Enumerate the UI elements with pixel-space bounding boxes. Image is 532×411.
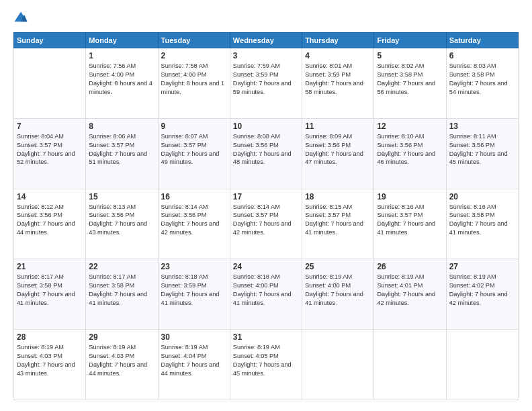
sunset-label: Sunset: 3:57 PM bbox=[377, 212, 423, 218]
daylight-label: Daylight: 7 hours and 44 minutes. bbox=[89, 361, 147, 377]
day-number: 24 bbox=[233, 262, 299, 271]
calendar-cell: 10 Sunrise: 8:08 AM Sunset: 3:56 PM Dayl… bbox=[230, 118, 302, 189]
day-number: 22 bbox=[89, 262, 154, 271]
calendar-body: 1 Sunrise: 7:56 AM Sunset: 4:00 PM Dayli… bbox=[14, 48, 519, 400]
daylight-label: Daylight: 7 hours and 56 minutes. bbox=[377, 80, 435, 95]
daylight-label: Daylight: 7 hours and 41 minutes. bbox=[305, 220, 363, 236]
calendar-cell: 30 Sunrise: 8:19 AM Sunset: 4:04 PM Dayl… bbox=[158, 330, 230, 400]
day-info: Sunrise: 8:19 AM Sunset: 4:05 PM Dayligh… bbox=[233, 343, 299, 378]
sunrise-label: Sunrise: 8:14 AM bbox=[233, 203, 280, 210]
calendar-cell: 26 Sunrise: 8:19 AM Sunset: 4:01 PM Dayl… bbox=[374, 259, 446, 330]
day-info: Sunrise: 8:08 AM Sunset: 3:56 PM Dayligh… bbox=[233, 132, 299, 167]
calendar-cell: 13 Sunrise: 8:11 AM Sunset: 3:56 PM Dayl… bbox=[446, 118, 518, 189]
calendar-cell: 31 Sunrise: 8:19 AM Sunset: 4:05 PM Dayl… bbox=[230, 330, 302, 400]
daylight-label: Daylight: 7 hours and 41 minutes. bbox=[449, 220, 508, 236]
calendar-cell: 3 Sunrise: 7:59 AM Sunset: 3:59 PM Dayli… bbox=[230, 48, 302, 119]
day-info: Sunrise: 8:04 AM Sunset: 3:57 PM Dayligh… bbox=[17, 132, 83, 167]
calendar-cell: 11 Sunrise: 8:09 AM Sunset: 3:56 PM Dayl… bbox=[302, 118, 374, 189]
calendar-cell bbox=[374, 330, 446, 400]
day-number: 13 bbox=[449, 122, 515, 131]
sunrise-label: Sunrise: 8:11 AM bbox=[449, 133, 496, 140]
sunset-label: Sunset: 3:58 PM bbox=[17, 282, 62, 289]
day-number: 11 bbox=[305, 122, 371, 131]
day-info: Sunrise: 8:16 AM Sunset: 3:58 PM Dayligh… bbox=[449, 203, 515, 238]
logo bbox=[13, 11, 30, 26]
sunset-label: Sunset: 3:57 PM bbox=[89, 142, 134, 148]
daylight-label: Daylight: 7 hours and 41 minutes. bbox=[233, 291, 292, 306]
calendar-cell: 18 Sunrise: 8:15 AM Sunset: 3:57 PM Dayl… bbox=[302, 189, 374, 259]
day-number: 27 bbox=[449, 262, 515, 271]
calendar-cell: 19 Sunrise: 8:16 AM Sunset: 3:57 PM Dayl… bbox=[374, 189, 446, 259]
daylight-label: Daylight: 7 hours and 49 minutes. bbox=[161, 150, 220, 166]
day-info: Sunrise: 8:19 AM Sunset: 4:01 PM Dayligh… bbox=[377, 273, 443, 308]
calendar-cell: 22 Sunrise: 8:17 AM Sunset: 3:58 PM Dayl… bbox=[86, 259, 158, 330]
sunrise-label: Sunrise: 8:19 AM bbox=[89, 344, 136, 351]
day-number: 17 bbox=[233, 192, 299, 201]
day-info: Sunrise: 8:17 AM Sunset: 3:58 PM Dayligh… bbox=[89, 273, 154, 308]
page: SundayMondayTuesdayWednesdayThursdayFrid… bbox=[0, 0, 532, 411]
day-info: Sunrise: 8:13 AM Sunset: 3:56 PM Dayligh… bbox=[89, 203, 154, 238]
sunrise-label: Sunrise: 8:03 AM bbox=[449, 62, 496, 69]
week-row: 1 Sunrise: 7:56 AM Sunset: 4:00 PM Dayli… bbox=[14, 48, 519, 119]
day-number: 8 bbox=[89, 122, 154, 131]
day-info: Sunrise: 8:19 AM Sunset: 4:03 PM Dayligh… bbox=[17, 343, 83, 378]
sunset-label: Sunset: 3:58 PM bbox=[377, 71, 423, 78]
day-info: Sunrise: 7:58 AM Sunset: 4:00 PM Dayligh… bbox=[161, 62, 227, 97]
day-info: Sunrise: 8:19 AM Sunset: 4:00 PM Dayligh… bbox=[305, 273, 371, 308]
day-number: 5 bbox=[377, 51, 443, 60]
calendar-cell: 27 Sunrise: 8:19 AM Sunset: 4:02 PM Dayl… bbox=[446, 259, 518, 330]
sunrise-label: Sunrise: 8:19 AM bbox=[377, 273, 424, 280]
day-number: 1 bbox=[89, 51, 154, 60]
sunset-label: Sunset: 3:56 PM bbox=[161, 212, 207, 218]
sunset-label: Sunset: 4:00 PM bbox=[89, 71, 134, 78]
daylight-label: Daylight: 7 hours and 41 minutes. bbox=[17, 291, 75, 306]
calendar-cell: 4 Sunrise: 8:01 AM Sunset: 3:59 PM Dayli… bbox=[302, 48, 374, 119]
sunrise-label: Sunrise: 8:17 AM bbox=[17, 273, 64, 280]
daylight-label: Daylight: 7 hours and 52 minutes. bbox=[17, 150, 75, 166]
sunrise-label: Sunrise: 8:10 AM bbox=[377, 133, 424, 140]
sunrise-label: Sunrise: 7:56 AM bbox=[89, 62, 136, 69]
calendar-cell bbox=[446, 330, 518, 400]
sunset-label: Sunset: 3:56 PM bbox=[89, 212, 134, 218]
sunset-label: Sunset: 3:57 PM bbox=[305, 212, 351, 218]
weekday-header: Friday bbox=[374, 33, 446, 48]
daylight-label: Daylight: 7 hours and 45 minutes. bbox=[233, 361, 292, 377]
week-row: 14 Sunrise: 8:12 AM Sunset: 3:56 PM Dayl… bbox=[14, 189, 519, 259]
sunrise-label: Sunrise: 8:19 AM bbox=[17, 344, 64, 351]
day-number: 23 bbox=[161, 262, 227, 271]
sunset-label: Sunset: 4:03 PM bbox=[17, 353, 62, 359]
sunrise-label: Sunrise: 8:09 AM bbox=[305, 133, 352, 140]
sunset-label: Sunset: 3:56 PM bbox=[233, 142, 279, 148]
sunrise-label: Sunrise: 8:01 AM bbox=[305, 62, 352, 69]
calendar-cell: 15 Sunrise: 8:13 AM Sunset: 3:56 PM Dayl… bbox=[86, 189, 158, 259]
day-info: Sunrise: 8:14 AM Sunset: 3:57 PM Dayligh… bbox=[233, 203, 299, 238]
sunrise-label: Sunrise: 7:59 AM bbox=[233, 62, 280, 69]
calendar-cell: 1 Sunrise: 7:56 AM Sunset: 4:00 PM Dayli… bbox=[86, 48, 158, 119]
sunrise-label: Sunrise: 8:16 AM bbox=[449, 203, 496, 210]
sunrise-label: Sunrise: 8:15 AM bbox=[305, 203, 352, 210]
sunset-label: Sunset: 3:59 PM bbox=[161, 282, 207, 289]
day-info: Sunrise: 8:19 AM Sunset: 4:04 PM Dayligh… bbox=[161, 343, 227, 378]
sunrise-label: Sunrise: 8:19 AM bbox=[161, 344, 208, 351]
day-info: Sunrise: 8:14 AM Sunset: 3:56 PM Dayligh… bbox=[161, 203, 227, 238]
calendar-cell: 5 Sunrise: 8:02 AM Sunset: 3:58 PM Dayli… bbox=[374, 48, 446, 119]
day-info: Sunrise: 8:10 AM Sunset: 3:56 PM Dayligh… bbox=[377, 132, 443, 167]
sunrise-label: Sunrise: 8:13 AM bbox=[89, 203, 136, 210]
daylight-label: Daylight: 7 hours and 43 minutes. bbox=[89, 220, 147, 236]
weekday-header: Thursday bbox=[302, 33, 374, 48]
daylight-label: Daylight: 7 hours and 44 minutes. bbox=[17, 220, 75, 236]
sunrise-label: Sunrise: 8:18 AM bbox=[161, 273, 208, 280]
weekday-header: Wednesday bbox=[230, 33, 302, 48]
daylight-label: Daylight: 7 hours and 41 minutes. bbox=[377, 220, 435, 236]
day-number: 26 bbox=[377, 262, 443, 271]
sunset-label: Sunset: 3:56 PM bbox=[449, 142, 495, 148]
sunrise-label: Sunrise: 8:12 AM bbox=[17, 203, 64, 210]
weekday-header: Sunday bbox=[14, 33, 86, 48]
calendar-cell: 20 Sunrise: 8:16 AM Sunset: 3:58 PM Dayl… bbox=[446, 189, 518, 259]
sunset-label: Sunset: 3:58 PM bbox=[449, 71, 495, 78]
daylight-label: Daylight: 7 hours and 41 minutes. bbox=[305, 291, 363, 306]
daylight-label: Daylight: 7 hours and 43 minutes. bbox=[17, 361, 75, 377]
daylight-label: Daylight: 7 hours and 58 minutes. bbox=[305, 80, 363, 95]
weekday-header: Tuesday bbox=[158, 33, 230, 48]
sunset-label: Sunset: 3:59 PM bbox=[233, 71, 279, 78]
